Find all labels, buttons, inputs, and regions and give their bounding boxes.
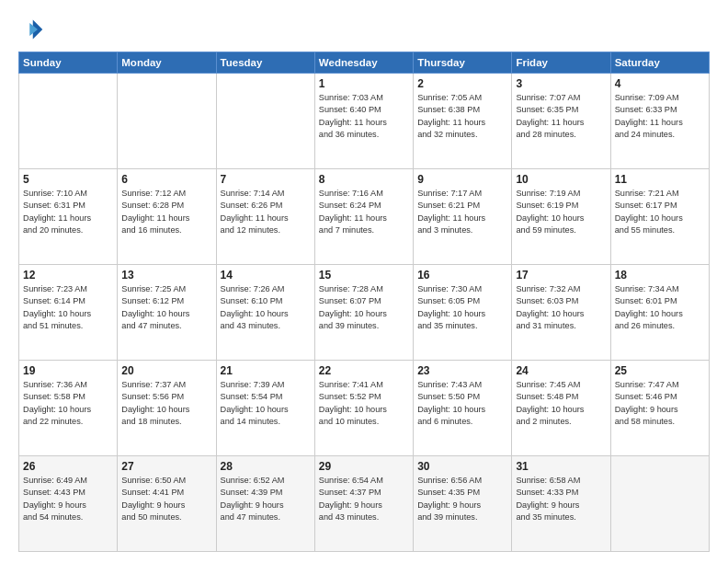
- day-info: Sunrise: 7:23 AM Sunset: 6:14 PM Dayligh…: [23, 283, 113, 332]
- day-number: 6: [121, 173, 211, 186]
- weekday-header-monday: Monday: [118, 52, 216, 74]
- day-cell: 28Sunrise: 6:52 AM Sunset: 4:39 PM Dayli…: [216, 456, 314, 552]
- day-info: Sunrise: 6:54 AM Sunset: 4:37 PM Dayligh…: [319, 475, 409, 523]
- day-cell: 25Sunrise: 7:47 AM Sunset: 5:46 PM Dayli…: [610, 361, 709, 456]
- day-info: Sunrise: 7:05 AM Sunset: 6:38 PM Dayligh…: [417, 92, 507, 141]
- day-number: 24: [516, 364, 606, 377]
- day-cell: 23Sunrise: 7:43 AM Sunset: 5:50 PM Dayli…: [414, 361, 512, 456]
- day-number: 12: [23, 269, 113, 282]
- day-cell: 1Sunrise: 7:03 AM Sunset: 6:40 PM Daylig…: [314, 74, 413, 169]
- day-cell: [19, 74, 118, 169]
- day-number: 27: [121, 460, 211, 473]
- day-cell: 30Sunrise: 6:56 AM Sunset: 4:35 PM Dayli…: [414, 456, 512, 552]
- day-number: 14: [221, 269, 311, 282]
- day-number: 21: [221, 364, 311, 377]
- weekday-header-thursday: Thursday: [414, 52, 512, 74]
- day-info: Sunrise: 7:32 AM Sunset: 6:03 PM Dayligh…: [516, 283, 606, 332]
- day-cell: 9Sunrise: 7:17 AM Sunset: 6:21 PM Daylig…: [414, 169, 512, 265]
- week-row-5: 26Sunrise: 6:49 AM Sunset: 4:43 PM Dayli…: [19, 456, 710, 552]
- day-number: 23: [417, 364, 507, 377]
- weekday-header-sunday: Sunday: [19, 52, 118, 74]
- day-cell: 6Sunrise: 7:12 AM Sunset: 6:28 PM Daylig…: [118, 169, 216, 265]
- weekday-header-row: SundayMondayTuesdayWednesdayThursdayFrid…: [19, 52, 710, 74]
- day-cell: 3Sunrise: 7:07 AM Sunset: 6:35 PM Daylig…: [512, 74, 610, 169]
- day-info: Sunrise: 7:14 AM Sunset: 6:26 PM Dayligh…: [221, 188, 311, 236]
- day-cell: 15Sunrise: 7:28 AM Sunset: 6:07 PM Dayli…: [314, 265, 413, 361]
- day-info: Sunrise: 7:36 AM Sunset: 5:58 PM Dayligh…: [23, 379, 113, 428]
- day-info: Sunrise: 7:07 AM Sunset: 6:35 PM Dayligh…: [516, 92, 606, 141]
- day-cell: [118, 74, 216, 169]
- day-info: Sunrise: 7:19 AM Sunset: 6:19 PM Dayligh…: [516, 188, 606, 236]
- day-cell: 7Sunrise: 7:14 AM Sunset: 6:26 PM Daylig…: [216, 169, 314, 265]
- day-info: Sunrise: 7:09 AM Sunset: 6:33 PM Dayligh…: [615, 92, 705, 141]
- day-info: Sunrise: 7:10 AM Sunset: 6:31 PM Dayligh…: [23, 188, 113, 236]
- day-info: Sunrise: 7:16 AM Sunset: 6:24 PM Dayligh…: [319, 188, 409, 236]
- day-number: 11: [615, 173, 705, 186]
- weekday-header-saturday: Saturday: [610, 52, 709, 74]
- day-info: Sunrise: 7:12 AM Sunset: 6:28 PM Dayligh…: [121, 188, 211, 236]
- week-row-2: 5Sunrise: 7:10 AM Sunset: 6:31 PM Daylig…: [19, 169, 710, 265]
- day-number: 19: [23, 364, 113, 377]
- day-cell: 31Sunrise: 6:58 AM Sunset: 4:33 PM Dayli…: [512, 456, 610, 552]
- day-number: 8: [319, 173, 409, 186]
- day-number: 20: [121, 364, 211, 377]
- day-cell: 14Sunrise: 7:26 AM Sunset: 6:10 PM Dayli…: [216, 265, 314, 361]
- day-cell: [216, 74, 314, 169]
- day-info: Sunrise: 6:56 AM Sunset: 4:35 PM Dayligh…: [417, 475, 507, 523]
- day-number: 1: [319, 77, 409, 90]
- day-info: Sunrise: 7:39 AM Sunset: 5:54 PM Dayligh…: [221, 379, 311, 428]
- day-info: Sunrise: 7:28 AM Sunset: 6:07 PM Dayligh…: [319, 283, 409, 332]
- day-number: 28: [221, 460, 311, 473]
- day-info: Sunrise: 7:30 AM Sunset: 6:05 PM Dayligh…: [417, 283, 507, 332]
- day-info: Sunrise: 7:47 AM Sunset: 5:46 PM Dayligh…: [615, 379, 705, 428]
- day-cell: 13Sunrise: 7:25 AM Sunset: 6:12 PM Dayli…: [118, 265, 216, 361]
- week-row-1: 1Sunrise: 7:03 AM Sunset: 6:40 PM Daylig…: [19, 74, 710, 169]
- day-info: Sunrise: 6:58 AM Sunset: 4:33 PM Dayligh…: [516, 475, 606, 523]
- day-cell: 21Sunrise: 7:39 AM Sunset: 5:54 PM Dayli…: [216, 361, 314, 456]
- day-number: 25: [615, 364, 705, 377]
- day-number: 29: [319, 460, 409, 473]
- day-number: 26: [23, 460, 113, 473]
- day-cell: 4Sunrise: 7:09 AM Sunset: 6:33 PM Daylig…: [610, 74, 709, 169]
- day-cell: 2Sunrise: 7:05 AM Sunset: 6:38 PM Daylig…: [414, 74, 512, 169]
- day-info: Sunrise: 7:34 AM Sunset: 6:01 PM Dayligh…: [615, 283, 705, 332]
- day-cell: 20Sunrise: 7:37 AM Sunset: 5:56 PM Dayli…: [118, 361, 216, 456]
- day-cell: [610, 456, 709, 552]
- day-number: 2: [417, 77, 507, 90]
- day-cell: 11Sunrise: 7:21 AM Sunset: 6:17 PM Dayli…: [610, 169, 709, 265]
- day-number: 17: [516, 269, 606, 282]
- header: [18, 17, 710, 42]
- day-cell: 26Sunrise: 6:49 AM Sunset: 4:43 PM Dayli…: [19, 456, 118, 552]
- day-cell: 8Sunrise: 7:16 AM Sunset: 6:24 PM Daylig…: [314, 169, 413, 265]
- calendar-table: SundayMondayTuesdayWednesdayThursdayFrid…: [18, 52, 710, 552]
- day-info: Sunrise: 7:17 AM Sunset: 6:21 PM Dayligh…: [417, 188, 507, 236]
- day-info: Sunrise: 7:26 AM Sunset: 6:10 PM Dayligh…: [221, 283, 311, 332]
- day-cell: 22Sunrise: 7:41 AM Sunset: 5:52 PM Dayli…: [314, 361, 413, 456]
- day-cell: 18Sunrise: 7:34 AM Sunset: 6:01 PM Dayli…: [610, 265, 709, 361]
- day-info: Sunrise: 7:37 AM Sunset: 5:56 PM Dayligh…: [121, 379, 211, 428]
- day-cell: 29Sunrise: 6:54 AM Sunset: 4:37 PM Dayli…: [314, 456, 413, 552]
- day-info: Sunrise: 7:21 AM Sunset: 6:17 PM Dayligh…: [615, 188, 705, 236]
- weekday-header-friday: Friday: [512, 52, 610, 74]
- day-number: 3: [516, 77, 606, 90]
- day-number: 22: [319, 364, 409, 377]
- day-cell: 12Sunrise: 7:23 AM Sunset: 6:14 PM Dayli…: [19, 265, 118, 361]
- logo-icon: [18, 17, 44, 42]
- day-cell: 27Sunrise: 6:50 AM Sunset: 4:41 PM Dayli…: [118, 456, 216, 552]
- day-number: 10: [516, 173, 606, 186]
- week-row-4: 19Sunrise: 7:36 AM Sunset: 5:58 PM Dayli…: [19, 361, 710, 456]
- day-cell: 24Sunrise: 7:45 AM Sunset: 5:48 PM Dayli…: [512, 361, 610, 456]
- logo: [18, 17, 48, 42]
- day-number: 5: [23, 173, 113, 186]
- day-number: 30: [417, 460, 507, 473]
- day-number: 9: [417, 173, 507, 186]
- day-info: Sunrise: 7:45 AM Sunset: 5:48 PM Dayligh…: [516, 379, 606, 428]
- day-number: 4: [615, 77, 705, 90]
- day-cell: 17Sunrise: 7:32 AM Sunset: 6:03 PM Dayli…: [512, 265, 610, 361]
- day-number: 18: [615, 269, 705, 282]
- day-number: 7: [221, 173, 311, 186]
- day-cell: 19Sunrise: 7:36 AM Sunset: 5:58 PM Dayli…: [19, 361, 118, 456]
- weekday-header-wednesday: Wednesday: [314, 52, 413, 74]
- weekday-header-tuesday: Tuesday: [216, 52, 314, 74]
- day-number: 13: [121, 269, 211, 282]
